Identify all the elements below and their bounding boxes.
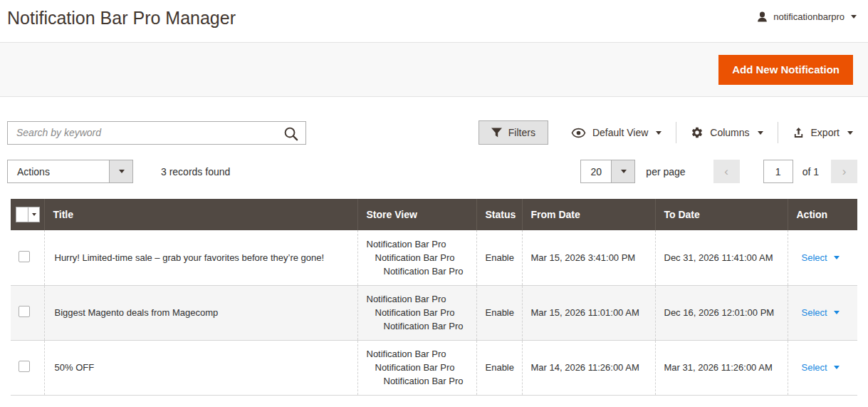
username-label: notificationbarpro (773, 11, 845, 22)
view-dropdown[interactable]: Default View (557, 127, 676, 138)
select-action-link[interactable]: Select (797, 307, 840, 318)
title-cell: Biggest Magento deals from Magecomp (44, 285, 357, 340)
funnel-icon (491, 128, 502, 138)
store-view-line: Notification Bar Pro (367, 237, 471, 251)
export-dropdown[interactable]: Export (778, 127, 857, 139)
store-view-cell: Notification Bar ProNotification Bar Pro… (357, 340, 476, 395)
store-view-line: Notification Bar Pro (367, 251, 471, 264)
store-view-line: Notification Bar Pro (367, 347, 471, 361)
store-view-cell: Notification Bar ProNotification Bar Pro… (357, 230, 476, 285)
grid-toolbar: Filters Default View Columns Export (7, 120, 857, 145)
mass-actions: Actions 3 records found (7, 160, 230, 183)
select-all-header (11, 199, 44, 230)
column-header-from-date[interactable]: From Date (522, 199, 655, 230)
store-view-line: Notification Bar Pro (367, 374, 471, 388)
total-pages-label: of 1 (802, 166, 819, 177)
action-cell: Select (788, 285, 857, 340)
row-select-cell (11, 285, 44, 340)
columns-dropdown[interactable]: Columns (676, 126, 777, 139)
chevron-down-icon (834, 256, 840, 259)
status-cell: Enable (476, 230, 522, 285)
status-cell: Enable (476, 285, 522, 340)
store-view-line: Notification Bar Pro (367, 361, 471, 374)
page-header: Notification Bar Pro Manager notificatio… (0, 0, 868, 29)
page-actions-band: Add New Notification (0, 42, 868, 97)
store-view-line: Notification Bar Pro (367, 264, 471, 278)
add-new-notification-button[interactable]: Add New Notification (718, 55, 853, 85)
per-page-select[interactable]: 20 (580, 160, 635, 183)
from-date-cell: Mar 14, 2026 11:26:00 AM (522, 340, 655, 395)
chevron-right-icon: › (842, 165, 847, 179)
grid-header-row: Title Store View Status From Date To Dat… (11, 199, 857, 230)
column-header-to-date[interactable]: To Date (655, 199, 788, 230)
chevron-down-icon (758, 131, 763, 135)
store-view-cell: Notification Bar ProNotification Bar Pro… (357, 285, 476, 340)
export-label: Export (811, 127, 840, 138)
search-button[interactable] (281, 124, 300, 145)
upload-tray-icon (793, 127, 805, 139)
per-page-value: 20 (581, 160, 611, 182)
filters-button[interactable]: Filters (479, 120, 548, 145)
eye-icon (571, 128, 586, 138)
chevron-down-icon (847, 131, 853, 135)
next-page-button[interactable]: › (831, 160, 857, 183)
current-page-input[interactable] (763, 160, 793, 183)
to-date-cell: Dec 31, 2026 11:41:00 AM (655, 230, 788, 285)
search-box (7, 121, 306, 145)
row-checkbox[interactable] (19, 306, 30, 317)
view-controls: Filters Default View Columns Export (479, 120, 857, 145)
actions-select[interactable]: Actions (7, 160, 133, 183)
chevron-down-icon (656, 131, 662, 135)
select-all-checkbox[interactable] (16, 207, 28, 222)
select-action-link[interactable]: Select (797, 362, 840, 373)
table-row: Hurry! Limited-time sale – grab your fav… (11, 230, 857, 285)
action-cell: Select (788, 340, 857, 395)
column-header-store-view[interactable]: Store View (357, 199, 476, 230)
table-row: 50% OFF Notification Bar ProNotification… (11, 340, 857, 395)
view-label: Default View (592, 127, 648, 138)
from-date-cell: Mar 15, 2026 3:41:00 PM (522, 230, 655, 285)
row-checkbox[interactable] (19, 361, 30, 372)
store-view-line: Notification Bar Pro (367, 292, 471, 306)
row-checkbox[interactable] (19, 251, 30, 262)
to-date-cell: Mar 31, 2026 11:26:00 AM (655, 340, 788, 395)
per-page-label: per page (646, 166, 685, 177)
person-icon (756, 11, 768, 23)
columns-label: Columns (710, 127, 749, 138)
select-all-dropdown[interactable] (16, 207, 40, 222)
gear-icon (691, 126, 704, 139)
page-title: Notification Bar Pro Manager (7, 8, 236, 29)
chevron-down-icon (28, 207, 39, 222)
to-date-cell: Dec 16, 2026 12:01:00 PM (655, 285, 788, 340)
chevron-down-icon (834, 311, 840, 314)
chevron-down-icon (851, 15, 857, 19)
notifications-grid: Title Store View Status From Date To Dat… (11, 199, 857, 396)
table-row: Biggest Magento deals from Magecomp Noti… (11, 285, 857, 340)
status-cell: Enable (476, 340, 522, 395)
title-cell: Hurry! Limited-time sale – grab your fav… (44, 230, 357, 285)
actions-select-label: Actions (8, 160, 109, 182)
chevron-down-icon (834, 366, 840, 369)
column-header-title[interactable]: Title (44, 199, 357, 230)
row-select-cell (11, 340, 44, 395)
store-view-line: Notification Bar Pro (367, 319, 471, 333)
row-select-cell (11, 230, 44, 285)
action-cell: Select (788, 230, 857, 285)
pagination: 20 per page ‹ of 1 › (580, 160, 857, 183)
from-date-cell: Mar 15, 2026 11:01:00 AM (522, 285, 655, 340)
grid-controls: Actions 3 records found 20 per page ‹ of… (7, 160, 857, 183)
column-header-action[interactable]: Action (788, 199, 857, 230)
store-view-line: Notification Bar Pro (367, 306, 471, 319)
select-action-link[interactable]: Select (797, 252, 840, 263)
chevron-down-icon (109, 160, 132, 182)
magnifier-icon (283, 125, 299, 142)
records-found-label: 3 records found (161, 166, 230, 177)
chevron-left-icon: ‹ (724, 165, 728, 179)
chevron-down-icon (611, 160, 634, 182)
search-input[interactable] (7, 121, 306, 145)
filters-label: Filters (508, 127, 535, 138)
previous-page-button[interactable]: ‹ (713, 160, 740, 183)
title-cell: 50% OFF (44, 340, 357, 395)
user-menu[interactable]: notificationbarpro (756, 11, 857, 23)
column-header-status[interactable]: Status (476, 199, 522, 230)
